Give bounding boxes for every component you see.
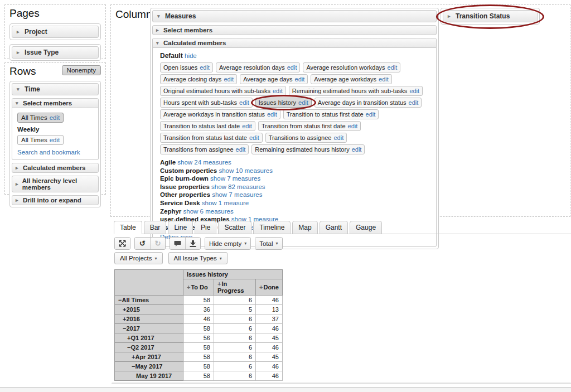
edit-link[interactable]: edit	[242, 123, 252, 129]
edit-link[interactable]: edit	[200, 64, 210, 71]
edit-link[interactable]: edit	[224, 76, 234, 83]
measures-select-members-header[interactable]: ▸ Select members	[152, 25, 437, 35]
edit-link[interactable]: edit	[295, 76, 305, 83]
measure-chip[interactable]: Average age workdaysedit	[311, 74, 391, 84]
measure-chip[interactable]: Transition from status first dateedit	[258, 121, 361, 131]
measure-chip[interactable]: Average workdays in transition statusedi…	[160, 109, 280, 119]
total-dropdown[interactable]: Total ▾	[255, 238, 282, 249]
hide-empty-dropdown[interactable]: Hide empty ▾	[205, 238, 250, 249]
edit-link[interactable]: edit	[298, 99, 308, 106]
measure-group-row: Zephyr show 6 measures	[160, 207, 429, 216]
page-panel-header[interactable]: ▸Issue Type	[12, 46, 99, 59]
fullscreen-button[interactable]	[115, 238, 130, 249]
edit-link[interactable]: edit	[348, 123, 358, 129]
measure-chip[interactable]: Transition to status last dateedit	[160, 121, 255, 131]
issue-type-filter-dropdown[interactable]: All Issue Types ▾	[168, 252, 228, 264]
search-and-bookmark-link[interactable]: Search and bookmark	[17, 149, 93, 156]
nonempty-button[interactable]: Nonempty	[62, 65, 101, 75]
measure-chip[interactable]: Remaining estimated hours with sub-tasks…	[289, 86, 423, 96]
edit-link[interactable]: edit	[366, 111, 376, 118]
column-header[interactable]: +In Progress	[214, 279, 256, 296]
edit-link[interactable]: edit	[409, 88, 419, 94]
edit-link[interactable]: edit	[388, 64, 398, 71]
hide-link[interactable]: hide	[185, 52, 197, 59]
edit-link[interactable]: edit	[287, 64, 297, 71]
column-header[interactable]: +Done	[256, 279, 283, 296]
edit-link[interactable]: edit	[379, 76, 389, 83]
measure-chip[interactable]: Transition from status last dateedit	[160, 133, 263, 143]
time-panel-header[interactable]: ▾ Time	[12, 83, 99, 95]
edit-link[interactable]: edit	[352, 146, 362, 153]
row-label-cell[interactable]: −Q2 2017	[115, 343, 183, 352]
time-section-header[interactable]: ▸Calculated members	[12, 163, 99, 173]
calculated-members-header[interactable]: ▾ Calculated members	[153, 38, 436, 48]
row-label-cell[interactable]: −May 2017	[115, 362, 183, 371]
page-panel-header[interactable]: ▸Project	[12, 26, 99, 38]
measure-chip[interactable]: Transition to status first dateedit	[283, 109, 379, 119]
measure-chip[interactable]: Remaining estimated hours historyedit	[251, 144, 365, 154]
show-measures-link[interactable]: show 10 measures	[219, 167, 273, 174]
show-measures-link[interactable]: show 82 measures	[211, 183, 265, 190]
tab-table[interactable]: Table	[114, 221, 142, 234]
export-button[interactable]	[185, 238, 200, 249]
tab-timeline[interactable]: Timeline	[253, 221, 291, 234]
measure-chip[interactable]: Average resolution workdaysedit	[303, 62, 400, 72]
measure-chip[interactable]: Transitions from assigneeedit	[160, 144, 249, 154]
row-label-cell[interactable]: −All Times	[115, 296, 183, 305]
edit-link[interactable]: edit	[249, 134, 259, 141]
tab-bar[interactable]: Bar	[144, 221, 167, 234]
expand-plus-icon[interactable]: +	[259, 284, 263, 291]
redo-button[interactable]: ↻	[150, 238, 165, 249]
show-measures-link[interactable]: show 6 measures	[183, 208, 234, 215]
edit-link[interactable]: edit	[333, 134, 343, 141]
show-measures-link[interactable]: show 7 measures	[212, 191, 262, 198]
row-label-cell[interactable]: +2016	[115, 314, 183, 324]
tab-gauge[interactable]: Gauge	[350, 221, 382, 234]
select-members-header[interactable]: ▾ Select members	[12, 99, 98, 108]
tab-scatter[interactable]: Scatter	[218, 221, 251, 234]
edit-link[interactable]: edit	[239, 99, 249, 106]
undo-button[interactable]: ↺	[135, 238, 150, 249]
show-measures-link[interactable]: show 1 measure	[202, 200, 249, 206]
measure-chip[interactable]: Original estimated hours with sub-taskse…	[160, 86, 286, 96]
value-cell: 58	[183, 343, 214, 352]
member-chip[interactable]: All Times edit	[17, 135, 64, 145]
selected-member-chip[interactable]: All Times edit	[17, 113, 64, 123]
measure-chip[interactable]: Average age daysedit	[240, 74, 308, 84]
edit-link[interactable]: edit	[409, 99, 419, 106]
measure-chip[interactable]: Issues historyedit	[255, 98, 312, 108]
edit-link[interactable]: edit	[50, 114, 60, 121]
row-label-cell[interactable]: May 19 2017	[115, 371, 183, 381]
measure-span-header[interactable]: Issues history	[183, 270, 283, 279]
time-section-header[interactable]: ▸Drill into or expand	[12, 195, 99, 205]
measures-panel-header[interactable]: ▾ Measures	[152, 10, 437, 22]
measure-chip[interactable]: Average days in transition statusedit	[314, 98, 422, 108]
tab-gantt[interactable]: Gantt	[320, 221, 348, 234]
expand-plus-icon[interactable]: +	[217, 280, 221, 287]
measure-chip[interactable]: Hours spent with sub-tasksedit	[160, 98, 253, 108]
tab-map[interactable]: Map	[292, 221, 317, 234]
tab-line[interactable]: Line	[168, 221, 193, 234]
show-measures-link[interactable]: show 7 measures	[210, 175, 260, 182]
time-section-header[interactable]: ▸All hierarchy level members	[12, 176, 99, 192]
row-label-cell[interactable]: +Q1 2017	[115, 333, 183, 343]
measure-chip[interactable]: Transitions to assigneeedit	[265, 133, 347, 143]
edit-link[interactable]: edit	[267, 111, 277, 118]
transition-status-header[interactable]: ▸ Transition Status	[443, 10, 538, 22]
measure-chip[interactable]: Average resolution daysedit	[216, 62, 301, 72]
measure-chip[interactable]: Open issuesedit	[160, 62, 213, 72]
row-label-cell[interactable]: −2017	[115, 324, 183, 333]
expand-plus-icon[interactable]: +	[187, 284, 190, 291]
edit-link[interactable]: edit	[273, 88, 283, 94]
edit-link[interactable]: edit	[50, 137, 60, 143]
comment-button[interactable]	[170, 238, 185, 249]
edit-link[interactable]: edit	[236, 146, 246, 153]
show-measures-link[interactable]: show 24 measures	[177, 159, 231, 166]
row-label-cell[interactable]: +2015	[115, 305, 183, 314]
column-header[interactable]: +To Do	[183, 279, 214, 296]
project-filter-dropdown[interactable]: All Projects ▾	[114, 252, 163, 264]
row-label-cell[interactable]: +Apr 2017	[115, 352, 183, 362]
measure-chip[interactable]: Average closing daysedit	[160, 74, 237, 84]
measure-chip-label: Transitions from assignee	[163, 146, 234, 153]
tab-pie[interactable]: Pie	[195, 221, 216, 234]
